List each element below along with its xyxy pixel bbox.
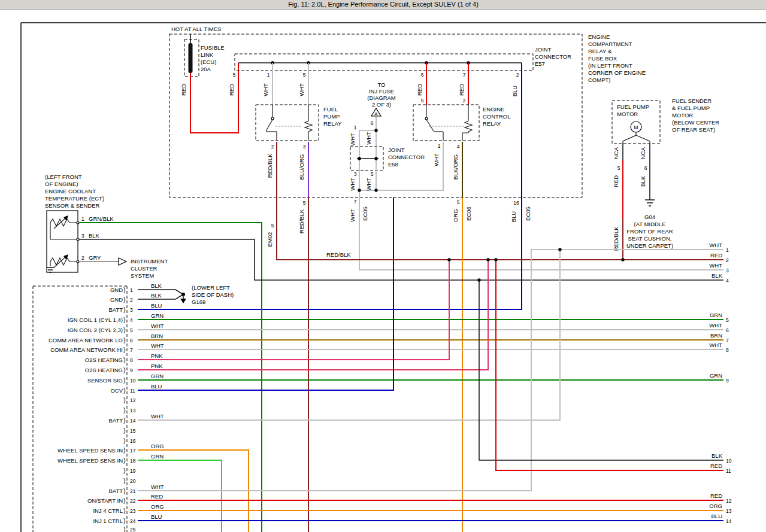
diagram-page: Fig. 11: 2.0L, Engine Performance Circui… — [0, 0, 766, 532]
ect-note-line: SENSOR & SENDER — [45, 202, 99, 209]
wire-label-nca: NCA — [613, 147, 619, 159]
g04-label: (AT MIDDLE — [634, 221, 666, 227]
inj-fuse-note-line: TO — [377, 81, 385, 88]
ecm-pin-function: GND — [110, 287, 123, 293]
edge-wire-color: GRN — [710, 372, 722, 379]
page-title: Fig. 11: 2.0L, Engine Performance Circui… — [288, 1, 479, 8]
fuel-pump-relay-label: FUEL — [323, 106, 338, 113]
wire-label-wht: WHT — [365, 132, 372, 145]
fuse-box-note-line: FUSE BOX — [588, 55, 617, 62]
wire-label-redblk: RED/BLK — [298, 209, 305, 233]
junction-dot — [494, 258, 497, 261]
junction-dot — [374, 129, 377, 132]
ecm-pin-function: INJ 1 CTRL — [93, 518, 123, 524]
relay-coil — [305, 121, 312, 132]
fuel-pump-motor-label: MOTOR — [617, 111, 638, 117]
ecm-wire-color: GRN — [151, 312, 164, 319]
wire-pin-number: 5 — [457, 199, 460, 205]
wire-red-edge11 — [496, 260, 723, 470]
ecm-wire-color: GRN — [151, 453, 164, 460]
fusible-link-label: 20A — [201, 66, 211, 72]
wire-pin-number: 6 — [371, 120, 374, 126]
e57-label: E57 — [535, 60, 545, 67]
ect-sensor: (LEFT FRONT OF ENGINE) ENGINE COOLANT TE… — [45, 174, 723, 532]
fuel-pump-relay: FUEL PUMP RELAY — [256, 105, 342, 141]
ect-note-line: OF ENGINE) — [45, 181, 78, 187]
pin-bracket: ) — [123, 427, 126, 434]
connector-name: EC05 — [525, 206, 531, 221]
edge-wire-color: GRN — [710, 312, 722, 318]
ecm-pin-number: 16 — [130, 438, 136, 444]
wire-pin-number: 2 — [516, 72, 519, 78]
edge-wire-number: 10 — [726, 458, 732, 464]
fusible-link-element — [189, 43, 193, 73]
wire-pin-number: 4 — [457, 144, 460, 150]
ecm-pin-number: 8 — [130, 357, 133, 363]
fuel-sender-note-line: FUEL SENDER — [672, 98, 711, 104]
ecm-pin-number: 25 — [130, 527, 136, 532]
engine-control-relay-outline — [413, 105, 479, 141]
connector-name: EC06 — [465, 206, 472, 221]
fuel-pump-relay-label: PUMP — [323, 113, 340, 120]
ecm-pin-function: COMM AREA NETWORK HI — [50, 346, 123, 353]
wire-pin-number: 5 — [271, 223, 274, 229]
wire-label-org: ORG — [452, 209, 459, 222]
ecm-pin-function: WHEEL SPEED SENS IN — [57, 447, 123, 454]
circuit-ref-letter: A — [374, 111, 378, 117]
edge-wire-color: BLK — [711, 272, 723, 279]
ecm-pin-number: 3 — [130, 307, 133, 313]
ect-pin-number: 2 — [81, 255, 84, 261]
wire-label-blu: BLU — [510, 211, 517, 223]
junction-dot — [447, 258, 450, 261]
wire-label-red: RED — [613, 175, 619, 187]
relay-contact — [425, 117, 428, 120]
edge-wire-color: BLK — [711, 452, 723, 459]
ecm-wire-color: RED — [151, 493, 163, 500]
cluster-label: SYSTEM — [131, 272, 154, 279]
ecm-pin-function: IGN COIL 1 (CYL 1,4) — [68, 317, 123, 323]
pin-bracket: ) — [123, 446, 126, 454]
ecm-pin-number: 9 — [130, 367, 133, 373]
wire-pin-number: 6 — [644, 165, 647, 171]
pin-bracket: ) — [123, 396, 126, 403]
e57-outline — [235, 54, 533, 71]
ecm-wire-color: BLU — [151, 302, 162, 309]
edge-wire-number: 9 — [726, 378, 729, 384]
title-bar: Fig. 11: 2.0L, Engine Performance Circui… — [0, 0, 766, 10]
inj-fuse-note-line: INJ FUSE — [369, 88, 394, 95]
motor-lead-left — [623, 132, 636, 144]
junction-dot — [358, 157, 361, 160]
wire-label-redblk: RED/BLK — [613, 226, 619, 251]
pin-bracket: ) — [123, 457, 126, 464]
wire-pin-number: 5 — [303, 72, 306, 78]
wire-label-blk: BLK — [89, 232, 100, 239]
ect-note-line: TEMPERATURE (ECT) — [45, 195, 104, 202]
pin-bracket: ) — [123, 366, 126, 373]
g04-label: UNDER CARPET) — [626, 242, 673, 249]
junction-dot — [358, 189, 361, 191]
wire-pnk-o2s-2 — [138, 260, 488, 370]
junction-dot — [621, 258, 624, 261]
edge-wire-number: 1 — [726, 247, 729, 253]
ecm-pin-number: 19 — [130, 468, 136, 474]
wire-blu-ocv — [138, 197, 393, 390]
edge-wire-color: WHT — [709, 322, 722, 329]
wire-label-red: RED — [180, 84, 187, 96]
fuse-box-note-line: ENGINE — [588, 34, 610, 40]
pin-bracket: ) — [123, 497, 126, 504]
edge-wire-number: 5 — [726, 317, 729, 323]
ect-pin — [77, 221, 79, 224]
wire-pin-number: 16 — [513, 200, 519, 206]
wire-pin-number: 2 — [463, 98, 466, 104]
pin-bracket: ) — [123, 417, 126, 424]
ecm-pin-number: 4 — [130, 317, 133, 323]
wire-label-wht: WHT — [365, 178, 372, 191]
ecm-pin-number: 20 — [130, 478, 136, 484]
ecm-wire-color: BLK — [151, 292, 162, 299]
fusible-link: FUSIBLE LINK (ECU) 20A RED 5 RED — [180, 34, 238, 133]
edge-wire-color: WHT — [709, 262, 722, 269]
ecm-pin-number: 21 — [130, 488, 136, 494]
ecm-pin-number: 2 — [130, 297, 133, 303]
ecm-wire-color: BRN — [151, 333, 163, 339]
ecm-pin-function: OCV — [110, 387, 123, 394]
